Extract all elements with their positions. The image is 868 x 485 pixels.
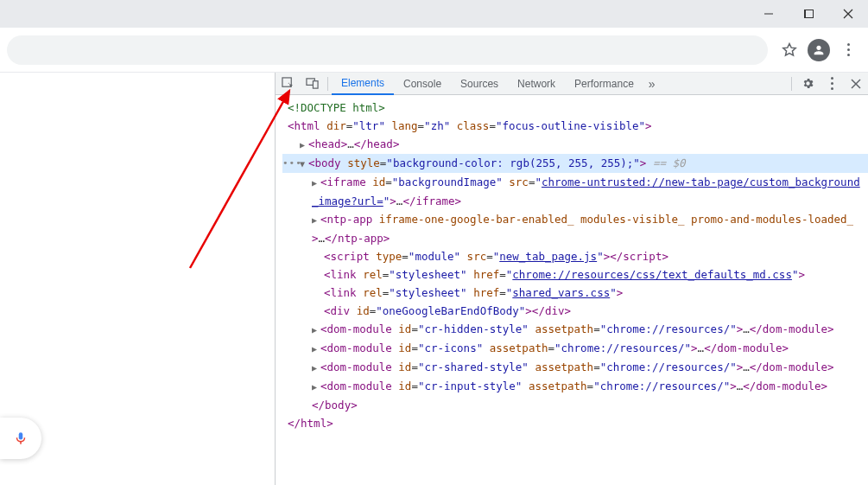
device-toolbar-icon[interactable] bbox=[300, 73, 324, 95]
dom-module-4[interactable]: ▶<dom-module id="cr-input-style" assetpa… bbox=[282, 377, 868, 396]
tab-performance[interactable]: Performance bbox=[565, 73, 643, 95]
link1-node[interactable]: <link rel="stylesheet" href="chrome://re… bbox=[282, 265, 868, 284]
maximize-button[interactable] bbox=[789, 0, 828, 28]
devtools-panel: Elements Console Sources Network Perform… bbox=[275, 73, 868, 485]
head-node[interactable]: ▶<head>…</head> bbox=[282, 135, 868, 154]
devtools-close-icon[interactable] bbox=[844, 73, 868, 95]
tab-elements[interactable]: Elements bbox=[332, 73, 394, 95]
svg-rect-7 bbox=[313, 81, 318, 88]
dom-module-2[interactable]: ▶<dom-module id="cr-icons" assetpath="ch… bbox=[282, 339, 868, 358]
html-close-node[interactable]: </html> bbox=[282, 414, 868, 432]
voice-search-button[interactable] bbox=[0, 418, 41, 459]
browser-menu-button[interactable] bbox=[833, 35, 863, 65]
devtools-menu-icon[interactable] bbox=[820, 73, 844, 95]
window-titlebar bbox=[0, 0, 868, 28]
selected-node-actions-icon[interactable]: ••• bbox=[282, 154, 302, 172]
address-bar[interactable] bbox=[7, 35, 768, 65]
svg-rect-2 bbox=[806, 10, 814, 18]
devtools-toolbar: Elements Console Sources Network Perform… bbox=[276, 73, 868, 95]
ntp-app-node[interactable]: ▶<ntp-app iframe-one-google-bar-enabled_… bbox=[282, 210, 868, 247]
dom-module-3[interactable]: ▶<dom-module id="cr-shared-style" assetp… bbox=[282, 358, 868, 377]
close-window-button[interactable] bbox=[828, 0, 868, 28]
body-close-node[interactable]: </body> bbox=[282, 396, 868, 414]
div-node[interactable]: <div id="oneGoogleBarEndOfBody"></div> bbox=[282, 302, 868, 320]
elements-dom-tree[interactable]: <!DOCTYPE html> <html dir="ltr" lang="zh… bbox=[276, 95, 868, 485]
page-viewport bbox=[0, 73, 275, 485]
iframe-node[interactable]: ▶<iframe id="backgroundImage" src="chrom… bbox=[282, 173, 868, 210]
doctype-node: <!DOCTYPE html> bbox=[288, 101, 385, 114]
settings-gear-icon[interactable] bbox=[795, 73, 820, 95]
minimize-button[interactable] bbox=[749, 0, 789, 28]
bookmark-star-icon[interactable] bbox=[775, 35, 804, 65]
address-bar-row bbox=[0, 28, 868, 73]
dom-module-1[interactable]: ▶<dom-module id="cr-hidden-style" assetp… bbox=[282, 320, 868, 339]
script-node[interactable]: <script type="module" src="new_tab_page.… bbox=[282, 247, 868, 265]
html-node[interactable]: <html dir="ltr" lang="zh" class="focus-o… bbox=[282, 117, 868, 135]
profile-avatar[interactable] bbox=[804, 35, 833, 65]
tab-sources[interactable]: Sources bbox=[451, 73, 508, 95]
link2-node[interactable]: <link rel="stylesheet" href="shared_vars… bbox=[282, 284, 868, 302]
inspect-element-icon[interactable] bbox=[276, 73, 300, 95]
tab-console[interactable]: Console bbox=[394, 73, 451, 95]
tabs-overflow-icon[interactable]: » bbox=[643, 77, 661, 91]
body-node[interactable]: •••▼<body style="background-color: rgb(2… bbox=[282, 154, 868, 173]
tab-network[interactable]: Network bbox=[508, 73, 565, 95]
